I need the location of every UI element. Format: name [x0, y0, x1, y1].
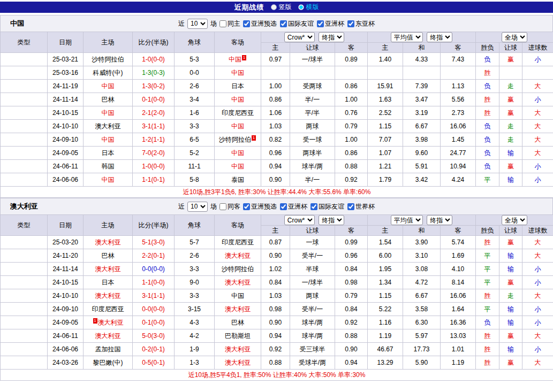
euro-draw-odds-cell: 5.97	[403, 329, 441, 343]
date-cell: 25-03-21	[48, 53, 84, 66]
competition-checkbox-input[interactable]	[310, 203, 317, 210]
layout-option-vertical[interactable]: 竖版	[271, 3, 292, 12]
competition-checkbox[interactable]: 国际友谊	[280, 19, 314, 28]
competition-checkbox-input[interactable]	[243, 203, 250, 210]
competition-checkbox[interactable]: 亚洲预选	[243, 19, 277, 28]
table-row: 亚洲预选24-11-14巴林0-1(0-0)3-4中国0.86半/一1.001.…	[1, 93, 553, 106]
asian-handicap-cell: 一球	[290, 236, 335, 249]
date-cell: 24-11-14	[48, 263, 84, 276]
competition-label: 国际友谊	[319, 202, 344, 211]
same-venue-checkbox-input[interactable]	[219, 203, 226, 210]
col-away: 客场	[215, 32, 261, 53]
date-cell: 24-11-19	[48, 80, 84, 93]
competition-checkbox[interactable]: 亚洲预选	[243, 202, 277, 211]
euro-away-odds-cell: 1.69	[441, 249, 476, 263]
asian-handicap-cell: 受半/一	[290, 249, 335, 263]
average-select[interactable]: 平均值	[391, 215, 423, 225]
euro-draw-odds-cell: 17.73	[403, 343, 441, 356]
euro-away-odds-cell: 16.06	[441, 289, 476, 303]
euro-draw-odds-cell: 3.58	[403, 303, 441, 316]
home-team-cell: 孟加拉国	[84, 343, 133, 356]
final-odds-select[interactable]: 终指	[427, 215, 452, 225]
col-score: 比分(半场)	[133, 215, 175, 236]
euro-home-odds-cell: 1.07	[368, 147, 403, 160]
date-cell: 24-09-05	[48, 316, 84, 329]
team-name: 澳大利亚	[95, 332, 121, 340]
same-venue-checkbox[interactable]: 同客	[219, 202, 240, 211]
corner-cell: 2-6	[175, 249, 215, 263]
result-wdl-cell: 负	[476, 80, 499, 93]
score-cell: 1-2(1-1)	[133, 133, 175, 147]
result-goals-cell: 小	[522, 343, 553, 356]
games-count-select[interactable]: 10	[187, 202, 208, 212]
competition-checkbox[interactable]: 亚洲杯	[317, 19, 344, 28]
asian-away-odds-cell: 1.00	[335, 93, 368, 106]
same-venue-checkbox[interactable]: 同主	[219, 19, 240, 28]
competition-checkbox-input[interactable]	[347, 20, 354, 27]
result-goals-cell: 大	[522, 80, 553, 93]
away-team-cell: 澳大利亚	[215, 249, 261, 263]
layout-radio-vertical[interactable]	[271, 4, 277, 10]
fulltime-select[interactable]: 全场	[502, 32, 527, 42]
competition-checkbox-input[interactable]	[317, 20, 324, 27]
date-cell: 24-10-10	[48, 120, 84, 133]
games-count-select[interactable]: 10	[187, 19, 208, 29]
date-cell: 24-11-20	[48, 249, 84, 263]
team-name: 澳大利亚	[225, 252, 251, 259]
home-team-cell: 澳大利亚	[84, 236, 133, 249]
competition-checkbox[interactable]: 亚洲杯	[280, 202, 307, 211]
bookmaker-select[interactable]: Crow*	[284, 32, 315, 42]
score-cell: 5-1(3-0)	[133, 236, 175, 249]
euro-draw-odds-cell: 4.33	[403, 53, 441, 66]
section-header: 中国 近 10 场 同主 亚洲预选国际友谊亚洲杯东亚杯	[0, 15, 553, 32]
euro-away-odds-cell: 8.14	[441, 276, 476, 289]
euro-draw-odds-cell: 3.10	[403, 249, 441, 263]
euro-draw-odds-cell: 3.47	[403, 93, 441, 106]
result-handicap-cell	[499, 66, 522, 80]
corner-cell: 6-5	[175, 133, 215, 147]
match-type-cell: 亚洲预选	[1, 356, 48, 370]
asian-handicap-cell: 半球	[290, 263, 335, 276]
team-name: 巴勒斯坦	[225, 332, 251, 340]
summary-text: 近10场,胜3平1负6, 胜率:30% 让胜率:44.4% 大率:55.6% 单…	[1, 187, 553, 198]
layout-option-horizontal[interactable]: 横版	[298, 3, 319, 12]
competition-filters: 亚洲预选亚洲杯国际友谊世界杯	[243, 202, 375, 211]
euro-draw-odds-cell: 4.72	[403, 276, 441, 289]
team-name: 日本	[102, 149, 115, 157]
col-euro-home: 主	[368, 43, 403, 53]
home-team-cell: 韩国	[84, 160, 133, 173]
away-team-cell: 澳大利亚	[215, 276, 261, 289]
final-odds-select[interactable]: 终指	[319, 32, 344, 42]
fulltime-select[interactable]: 全场	[502, 215, 527, 225]
competition-checkbox[interactable]: 东亚杯	[347, 19, 375, 28]
table-row: 亚洲预选24-06-11韩国1-0(0-0)11-1中国0.94球半/两0.88…	[1, 160, 553, 173]
layout-radio-horizontal[interactable]	[298, 4, 304, 10]
result-handicap-cell: 走	[499, 80, 522, 93]
team-name: 印度尼西亚	[92, 305, 124, 313]
result-handicap-cell: 赢	[499, 160, 522, 173]
average-select[interactable]: 平均值	[391, 32, 423, 42]
euro-away-odds-cell: 16.06	[441, 120, 476, 133]
competition-checkbox-input[interactable]	[347, 203, 354, 210]
competition-checkbox[interactable]: 国际友谊	[310, 202, 344, 211]
score-cell: 7-0(2-0)	[133, 147, 175, 160]
euro-home-odds-cell: 13.29	[368, 356, 403, 370]
home-team-cell: 1澳大利亚	[84, 316, 133, 329]
match-type-cell: 亚洲预选	[1, 236, 48, 249]
final-odds-select[interactable]: 终指	[427, 32, 452, 42]
competition-checkbox-input[interactable]	[280, 203, 287, 210]
asian-handicap-cell: 平/半	[290, 106, 335, 120]
result-handicap-cell: 赢	[499, 106, 522, 120]
euro-odds-header: 平均值 终指	[368, 215, 476, 226]
competition-checkbox[interactable]: 世界杯	[347, 202, 375, 211]
away-team-cell: 澳大利亚	[215, 356, 261, 370]
competition-checkbox-input[interactable]	[280, 20, 287, 27]
home-team-cell: 中国	[84, 80, 133, 93]
same-venue-checkbox-input[interactable]	[219, 20, 226, 27]
match-type-cell: 国际友谊	[1, 66, 48, 80]
bookmaker-select[interactable]: Crow*	[284, 215, 315, 225]
competition-checkbox-input[interactable]	[243, 20, 250, 27]
final-odds-select[interactable]: 终指	[319, 215, 344, 225]
score-cell: 0-1(0-0)	[133, 316, 175, 329]
col-result-handicap: 让球	[499, 43, 522, 53]
